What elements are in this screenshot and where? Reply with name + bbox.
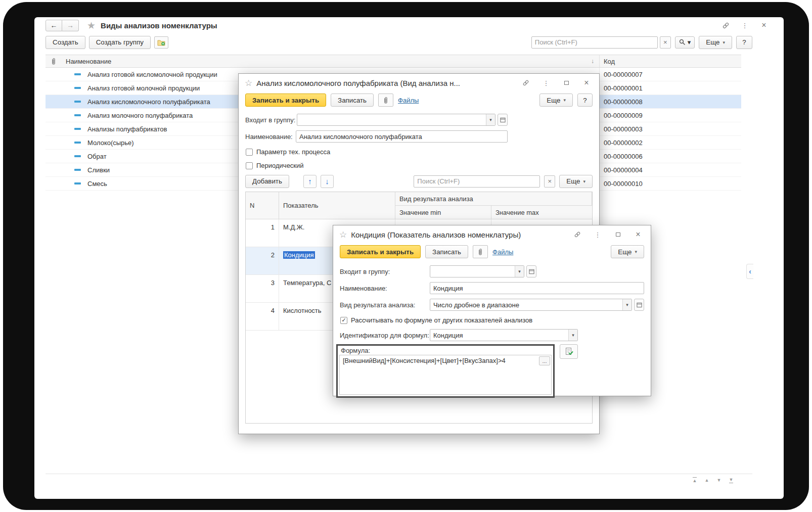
favorite-star-icon[interactable]: ☆: [339, 229, 347, 240]
find-dropdown-icon: ▾: [688, 38, 691, 46]
name-input[interactable]: [430, 282, 644, 294]
files-link[interactable]: Файлы: [398, 97, 419, 104]
periodic-checkbox-row: Периодический: [239, 161, 599, 170]
save-button[interactable]: Записать: [425, 245, 468, 258]
move-up-icon[interactable]: ↑: [303, 175, 317, 188]
row-code: 00-00000006: [600, 150, 741, 163]
scroll-to-top-icon[interactable]: ▲: [690, 476, 700, 484]
indicator-table-header: N Показатель Вид результата анализа Знач…: [246, 192, 592, 219]
result-type-input[interactable]: [430, 299, 632, 311]
formula-focus-frame: Формула: [ВнешнийВид]+[Консистенция]+[Цв…: [336, 344, 555, 398]
group-input[interactable]: [297, 114, 495, 126]
element-dash-icon: [74, 114, 81, 116]
group-combo: ▾: [430, 265, 524, 277]
formula-input[interactable]: [ВнешнийВид]+[Консистенция]+[Цвет]+[Вкус…: [339, 355, 552, 395]
open-button[interactable]: [634, 299, 644, 311]
formula-ellipsis-button[interactable]: ...: [539, 356, 550, 365]
table-more-button[interactable]: Еще▾: [559, 175, 593, 188]
chevron-down-icon[interactable]: ▾: [515, 266, 524, 277]
get-link-icon[interactable]: [719, 19, 732, 31]
panel-collapse-handle[interactable]: ‹: [746, 264, 753, 279]
scroll-up-icon[interactable]: ▲: [702, 476, 712, 484]
indicator-dialog: ☆ Кондиция (Показатель анализов номенкла…: [333, 225, 651, 396]
group-input[interactable]: [430, 265, 524, 277]
name-column-header[interactable]: Наименование ↓: [62, 55, 600, 67]
app-header: ← → ★ Виды анализов номенклатуры ⋮ ×: [34, 17, 784, 33]
add-button[interactable]: Добавить: [245, 175, 289, 188]
close-window-icon[interactable]: ×: [757, 19, 771, 31]
attach-file-button[interactable]: [378, 94, 393, 107]
search-input[interactable]: [531, 36, 658, 49]
col-max-header[interactable]: Значение max: [491, 206, 592, 219]
more-button[interactable]: Еще▾: [539, 94, 573, 107]
formula-checkbox[interactable]: ✓: [340, 317, 347, 324]
periodic-checkbox[interactable]: [246, 162, 253, 169]
create-group-icon-button[interactable]: [154, 36, 168, 49]
create-group-button[interactable]: Создать группу: [89, 36, 151, 49]
window-controls: ⋮ ×: [719, 19, 771, 31]
files-link[interactable]: Файлы: [492, 248, 513, 256]
create-button[interactable]: Создать: [46, 36, 85, 49]
close-dialog-icon[interactable]: ×: [580, 77, 593, 89]
row-name: Сливки: [87, 166, 110, 174]
save-button[interactable]: Записать: [331, 94, 374, 107]
dialog-titlebar: ☆ Анализ кисломолочного полуфабриката (В…: [239, 74, 599, 92]
get-link-icon[interactable]: [519, 77, 532, 89]
menu-dots-icon[interactable]: ⋮: [738, 19, 751, 31]
col-indicator-header[interactable]: Показатель: [279, 192, 395, 219]
menu-dots-icon[interactable]: ⋮: [539, 77, 553, 89]
maximize-icon[interactable]: [560, 77, 573, 89]
code-column-header[interactable]: Код: [600, 55, 741, 67]
scroll-to-bottom-icon[interactable]: ▼: [726, 476, 736, 484]
list-toolbar: Создать Создать группу × ▾: [46, 35, 752, 49]
name-input[interactable]: [296, 130, 508, 143]
table-search-input[interactable]: [414, 175, 540, 188]
open-button[interactable]: [498, 114, 508, 126]
forward-button[interactable]: →: [62, 20, 79, 31]
col-result-header[interactable]: Вид результата анализа: [395, 192, 592, 206]
more-button[interactable]: Еще▾: [699, 36, 732, 49]
open-button[interactable]: [526, 265, 536, 277]
scroll-down-icon[interactable]: ▼: [714, 476, 724, 484]
help-button[interactable]: ?: [577, 94, 593, 107]
formula-label: Формула:: [338, 346, 553, 355]
formula-text: [ВнешнийВид]+[Консистенция]+[Цвет]+[Вкус…: [343, 357, 506, 364]
favorite-star-icon[interactable]: ★: [87, 20, 96, 31]
maximize-icon[interactable]: [611, 228, 624, 241]
col-n-header[interactable]: N: [246, 192, 279, 219]
chevron-down-icon[interactable]: ▾: [622, 299, 631, 310]
menu-dots-icon[interactable]: ⋮: [591, 228, 604, 241]
chevron-down-icon[interactable]: ▾: [486, 114, 495, 125]
attachment-column-header[interactable]: [46, 55, 62, 67]
back-button[interactable]: ←: [46, 20, 62, 31]
check-formula-button[interactable]: [560, 344, 578, 359]
find-button[interactable]: ▾: [675, 36, 695, 49]
attach-file-button[interactable]: [473, 245, 488, 258]
element-dash-icon: [74, 128, 81, 130]
help-button[interactable]: ?: [736, 36, 752, 49]
row-code: 00-00000008: [600, 95, 741, 108]
list-bottom-border: [46, 474, 752, 474]
result-type-field-row: Вид результата анализа: ▾: [333, 299, 651, 311]
save-and-close-button[interactable]: Записать и закрыть: [245, 94, 326, 107]
get-link-icon[interactable]: [571, 228, 584, 241]
move-down-icon[interactable]: ↓: [321, 175, 334, 188]
formula-section: Формула: [ВнешнийВид]+[Консистенция]+[Цв…: [333, 344, 651, 398]
indicator-name-selected[interactable]: Кондиция: [283, 251, 315, 259]
save-and-close-button[interactable]: Записать и закрыть: [340, 245, 421, 258]
name-field-row: Наименование:: [333, 282, 651, 294]
chevron-down-icon[interactable]: ▾: [568, 330, 577, 341]
clear-search-icon[interactable]: ×: [544, 175, 555, 188]
row-name: Анализ кисломолочного полуфабриката: [87, 98, 210, 106]
clear-search-icon[interactable]: ×: [660, 36, 671, 49]
identifier-input[interactable]: [430, 329, 578, 341]
page-title: Виды анализов номенклатуры: [101, 21, 217, 30]
group-field-row: Входит в группу: ▾: [239, 114, 599, 126]
more-button[interactable]: Еще▾: [611, 245, 644, 258]
element-dash-icon: [74, 101, 81, 103]
col-min-header[interactable]: Значение min: [395, 206, 491, 219]
result-type-label: Вид результата анализа:: [340, 301, 430, 309]
favorite-star-icon[interactable]: ☆: [245, 78, 252, 88]
close-dialog-icon[interactable]: ×: [631, 228, 645, 241]
process-checkbox[interactable]: [246, 149, 253, 156]
